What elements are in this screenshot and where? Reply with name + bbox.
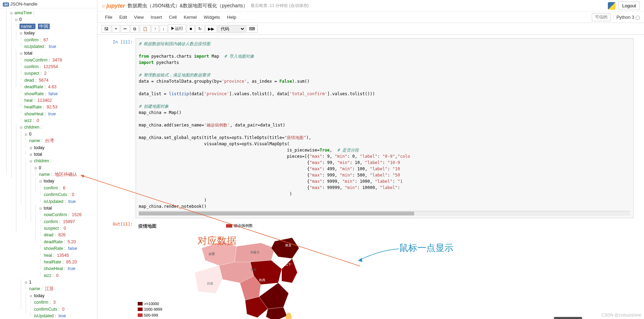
menu-file[interactable]: File [102, 13, 116, 21]
toggle-icon[interactable]: ⊟ [24, 132, 28, 137]
k: isUpdated : [34, 313, 56, 318]
v: 826 [58, 232, 66, 237]
restart-button[interactable]: ↻ [195, 25, 204, 33]
k: suspect : [24, 71, 42, 76]
menu-edit[interactable]: Edit [116, 13, 130, 21]
save-button[interactable]: 🖫 [102, 25, 111, 33]
toggle-icon[interactable]: ⊟ [10, 11, 13, 16]
last-checkpoint: 最后检查: 11 分钟前 (自动保存) [251, 3, 309, 9]
trusted-indicator[interactable]: 可信的 [592, 13, 611, 21]
china-map[interactable]: 新疆 内蒙古 黑龙 辽宁 宁夏 陕西 西藏 [181, 227, 306, 319]
k: confirm : [44, 219, 61, 224]
svg-point-0 [286, 313, 291, 319]
idx[interactable]: 0 [29, 132, 31, 137]
code-input[interactable]: # 根据数据绘制国内确诊人数总疫情图 from pyecharts.charts… [136, 38, 634, 218]
v: false [48, 91, 57, 96]
k: confirmCuts : [34, 307, 60, 312]
idx[interactable]: 1 [29, 280, 31, 285]
visualmap-legend[interactable]: >=100001000-9999500-999100-49910-99 [138, 301, 162, 319]
key-total[interactable]: total [43, 206, 52, 211]
notebook-title[interactable]: 数据爬虫（JSON格式）&数据地图可视化（pyecharts） [128, 3, 248, 9]
move-up-button[interactable]: ↑ [151, 25, 159, 33]
h-scrollbar[interactable] [139, 211, 630, 216]
toggle-icon[interactable]: ⊟ [19, 31, 23, 36]
k: healRate : [44, 260, 64, 264]
toggle-icon[interactable]: ⊟ [39, 206, 42, 211]
restart-run-button[interactable]: ▶▶ [205, 25, 217, 33]
v: true [68, 266, 75, 271]
svg-text:内蒙古: 内蒙古 [250, 251, 260, 254]
menubar: File Edit View Insert Cell Kernel Widget… [97, 12, 644, 23]
v: 0 [56, 273, 58, 278]
command-palette-button[interactable]: ⌨ [246, 25, 258, 33]
menu-kernel[interactable]: Kernel [180, 13, 200, 21]
v: true [48, 112, 56, 116]
toggle-icon[interactable]: ⊟ [19, 125, 23, 130]
v: 地区待确认 [55, 172, 77, 177]
toggle-icon[interactable]: ⊟ [19, 51, 23, 56]
key-name-hl[interactable]: name : [19, 24, 35, 29]
stop-button[interactable]: ■ [187, 25, 195, 33]
toggle-icon[interactable]: ⊟ [15, 18, 18, 23]
key-today[interactable]: today [34, 145, 45, 150]
idx[interactable]: 0 [39, 165, 41, 170]
toggle-icon[interactable]: ⊟ [39, 179, 42, 184]
copy-button[interactable]: ⧉ [130, 25, 139, 33]
v: 5674 [39, 78, 49, 83]
menu-cell[interactable]: Cell [166, 13, 180, 21]
toggle-icon[interactable]: ⊟ [29, 294, 33, 299]
v: 3 [53, 300, 56, 305]
code-cell[interactable]: In [11]: # 根据数据绘制国内确诊人数总疫情图 from pyechar… [108, 38, 634, 218]
svg-text:西藏: 西藏 [207, 282, 213, 285]
k: isUpdated : [24, 44, 46, 49]
k: showHeal : [44, 266, 65, 271]
key-total[interactable]: total [24, 51, 32, 56]
cut-button[interactable]: ✂ [121, 25, 130, 33]
val-name-china[interactable]: 中国 [38, 24, 50, 29]
v: 1526 [72, 212, 82, 217]
toggle-icon[interactable]: ⊞ [29, 153, 33, 157]
v: 台湾 [45, 138, 54, 143]
menu-help[interactable]: Help [224, 13, 240, 21]
paste-button[interactable]: 📋 [140, 25, 151, 33]
menu-widgets[interactable]: Widgets [200, 13, 224, 21]
v: 4.63 [48, 84, 56, 89]
key-children[interactable]: children : [24, 125, 42, 130]
kernel-indicator[interactable]: Python 3 [613, 15, 640, 20]
v: 0 [62, 307, 65, 312]
python-icon [608, 2, 615, 10]
k: heal : [44, 253, 55, 258]
toggle-icon[interactable]: ⊟ [24, 280, 28, 285]
toggle-icon[interactable]: ⊟ [34, 166, 38, 171]
key-areaTree[interactable]: areaTree : [14, 10, 34, 15]
k: nowConfirm : [44, 212, 70, 217]
toolbar: 🖫 + ✂ ⧉ 📋 ↑ ↓ ▶运行 ■ ↻ ▶▶ 代码 ⌨ [97, 23, 644, 35]
add-cell-button[interactable]: + [112, 25, 120, 33]
json-tree[interactable]: ⊟ areaTree : ⊟ 0 name : 中国 ⊟ today confi… [0, 8, 97, 319]
notebook-area[interactable]: In [11]: # 根据数据绘制国内确诊人数总疫情图 from pyechar… [97, 35, 644, 319]
jupyter-header: ○ jupyter 数据爬虫（JSON格式）&数据地图可视化（pyecharts… [97, 0, 644, 12]
v: 113402 [38, 98, 52, 103]
svg-text:辽宁: 辽宁 [285, 263, 291, 266]
v: 13545 [57, 253, 69, 258]
map-output[interactable]: 疫情地图 确诊病例数 [136, 220, 634, 319]
menu-view[interactable]: View [130, 13, 147, 21]
menu-insert[interactable]: Insert [147, 13, 166, 21]
move-down-button[interactable]: ↓ [160, 25, 167, 33]
k: confirm : [34, 300, 51, 305]
toggle-icon[interactable]: ⊟ [29, 159, 33, 164]
logout-button[interactable]: Logout [618, 1, 640, 10]
key-children[interactable]: children : [34, 158, 51, 163]
key-total[interactable]: total [34, 152, 42, 157]
scrollbar-thumb[interactable] [139, 212, 414, 215]
k: showHeal : [24, 112, 46, 116]
key-today[interactable]: today [24, 31, 35, 35]
toggle-icon[interactable]: ⊞ [29, 146, 33, 151]
key-today[interactable]: today [34, 293, 45, 298]
idx[interactable]: 0 [19, 17, 22, 22]
celltype-select[interactable]: 代码 [218, 25, 245, 33]
run-button[interactable]: ▶运行 [168, 24, 186, 33]
key-today[interactable]: today [43, 179, 54, 183]
jupyter-logo[interactable]: ○ jupyter [102, 3, 125, 9]
k: nowConfirm : [24, 58, 50, 63]
